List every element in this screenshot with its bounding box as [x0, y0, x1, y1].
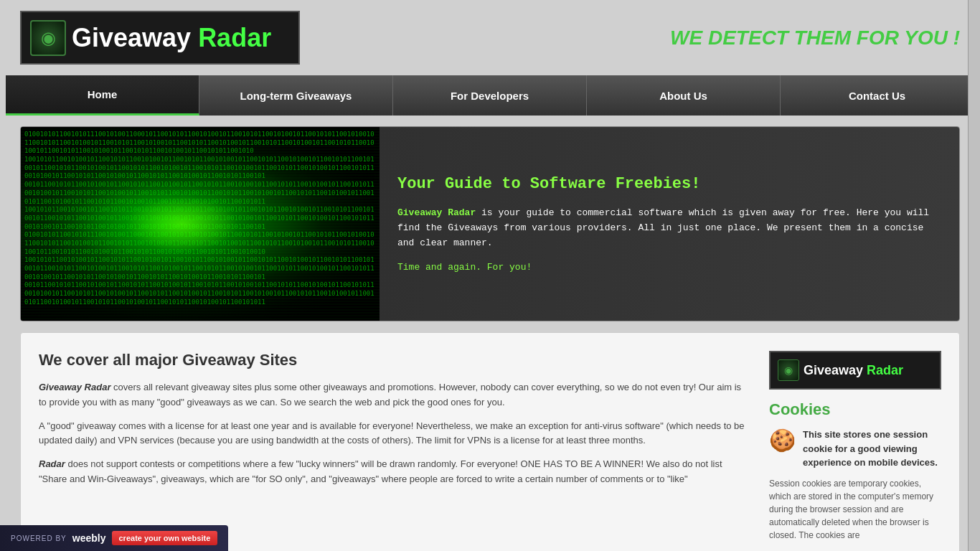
para1-brand: Giveaway Radar [39, 382, 110, 392]
para3-brand: Radar [39, 458, 65, 469]
powered-text: POWERED BY [11, 534, 67, 542]
logo-brand-green: Radar [198, 23, 271, 52]
nav-item-contact[interactable]: Contact Us [781, 75, 974, 116]
hero-brand: Giveaway Radar [397, 207, 476, 218]
main-para1: Giveaway Radar covers all relevant givea… [39, 380, 751, 410]
binary-overlay: 0100101011001010111001010011000101100101… [21, 127, 380, 321]
logo-text: Giveaway Radar [72, 25, 271, 51]
para3-text: does not support contests or competition… [39, 458, 722, 484]
hero-image: 0100101011001010111001010011000101100101… [21, 127, 380, 321]
sidebar-logo-icon [778, 359, 799, 381]
hero-description: Giveaway Radar is your guide to commerci… [397, 206, 941, 250]
cookie-summary: This site stores one session cookie for … [803, 428, 941, 470]
hero-banner: 0100101011001010111001010011000101100101… [20, 126, 960, 321]
weebly-brand: weebly [72, 532, 106, 544]
powered-bar: POWERED BY weebly create your own websit… [0, 525, 228, 551]
main-para3: Radar does not support contests or compe… [39, 457, 751, 487]
hero-desc-text: is your guide to commercial software whi… [397, 207, 929, 248]
main-para2: A "good" giveaway comes with a license f… [39, 419, 751, 449]
nav-item-about[interactable]: About Us [587, 75, 781, 116]
cookie-header: 🍪 This site stores one session cookie fo… [769, 428, 941, 470]
cookie-desc: Session cookies are temporary cookies, w… [769, 477, 941, 542]
logo-brand-white: Giveaway [72, 23, 198, 52]
main-heading: We cover all major Giveaway Sites [39, 351, 751, 369]
cookies-section: Cookies 🍪 This site stores one session c… [769, 400, 941, 542]
sidebar-logo-green: Radar [867, 363, 903, 377]
para1-text: covers all relevant giveaway sites plus … [39, 382, 741, 408]
cookie-icon: 🍪 [769, 428, 796, 453]
logo-container: Giveaway Radar [20, 11, 300, 65]
logo-box: Giveaway Radar [20, 11, 300, 65]
nav-item-longterm[interactable]: Long-term Giveaways [199, 75, 393, 116]
nav-item-developers[interactable]: For Developers [393, 75, 587, 116]
hero-title: Your Guide to Software Freebies! [397, 175, 941, 193]
logo-icon [30, 20, 66, 56]
hero-tagline: Time and again. For you! [397, 262, 941, 273]
lower-sidebar: Giveaway Radar Cookies 🍪 This site store… [769, 351, 941, 542]
nav-bar: Home Long-term Giveaways For Developers … [6, 75, 974, 116]
site-tagline: We Detect Them For You ! [670, 27, 960, 50]
sidebar-logo-text: Giveaway Radar [804, 363, 903, 378]
lower-section: We cover all major Giveaway Sites Giveaw… [20, 332, 960, 551]
lower-main: We cover all major Giveaway Sites Giveaw… [39, 351, 751, 542]
sidebar-logo: Giveaway Radar [769, 351, 941, 390]
hero-image-inner: 0100101011001010111001010011000101100101… [21, 127, 380, 321]
sidebar-logo-white: Giveaway [804, 363, 867, 377]
cookies-heading: Cookies [769, 400, 941, 419]
nav-item-home[interactable]: Home [6, 75, 199, 116]
header: Giveaway Radar We Detect Them For You ! [6, 0, 974, 75]
main-content: 0100101011001010111001010011000101100101… [6, 126, 974, 551]
create-website-button[interactable]: create your own website [112, 531, 218, 545]
hero-text-panel: Your Guide to Software Freebies! Giveawa… [380, 127, 959, 321]
